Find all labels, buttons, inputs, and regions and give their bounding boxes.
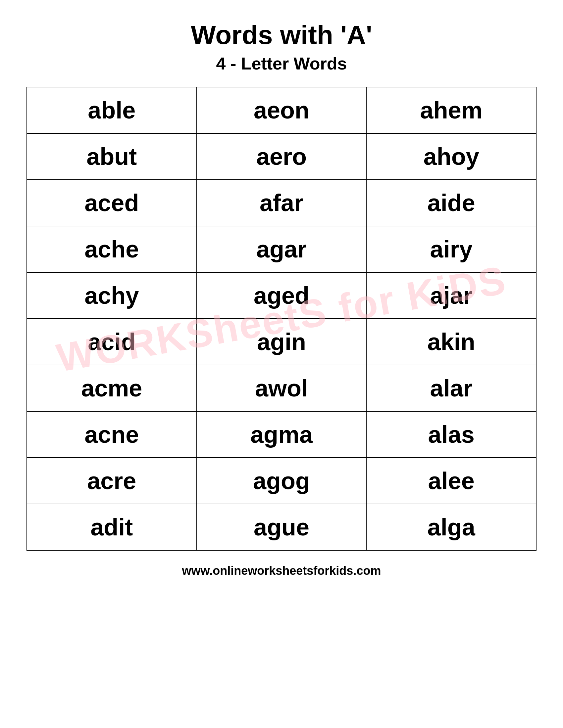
word-cell: acre — [27, 458, 197, 504]
table-row: acheagarairy — [27, 226, 536, 272]
word-cell: acme — [27, 365, 197, 411]
word-cell: ache — [27, 226, 197, 272]
word-cell: ajar — [366, 272, 536, 319]
word-cell: aeon — [197, 87, 367, 133]
table-wrapper: WORKSheetS for KiDS ableaeonahemabutaero… — [26, 87, 537, 551]
main-title: Words with 'A' — [191, 20, 372, 50]
word-cell: ahem — [366, 87, 536, 133]
page: Words with 'A' 4 - Letter Words WORKShee… — [0, 0, 563, 728]
table-row: ableaeonahem — [27, 87, 536, 133]
word-cell: alga — [366, 504, 536, 550]
word-cell: able — [27, 87, 197, 133]
table-row: abutaeroahoy — [27, 133, 536, 180]
word-cell: alee — [366, 458, 536, 504]
table-row: acneagmaalas — [27, 411, 536, 458]
word-cell: aced — [27, 180, 197, 226]
word-cell: ague — [197, 504, 367, 550]
word-cell: agma — [197, 411, 367, 458]
word-cell: agog — [197, 458, 367, 504]
table-row: acreagogalee — [27, 458, 536, 504]
word-cell: adit — [27, 504, 197, 550]
table-row: acedafaraide — [27, 180, 536, 226]
word-cell: akin — [366, 319, 536, 365]
word-cell: ahoy — [366, 133, 536, 180]
word-cell: agin — [197, 319, 367, 365]
sub-title: 4 - Letter Words — [216, 54, 347, 73]
word-cell: aero — [197, 133, 367, 180]
footer-url: www.onlineworksheetsforkids.com — [182, 564, 381, 578]
table-row: achyagedajar — [27, 272, 536, 319]
word-cell: aide — [366, 180, 536, 226]
word-cell: achy — [27, 272, 197, 319]
word-cell: airy — [366, 226, 536, 272]
word-cell: agar — [197, 226, 367, 272]
word-cell: awol — [197, 365, 367, 411]
table-row: aditaguealga — [27, 504, 536, 550]
word-cell: alas — [366, 411, 536, 458]
word-table: ableaeonahemabutaeroahoyacedafaraideache… — [26, 87, 537, 551]
word-cell: alar — [366, 365, 536, 411]
word-cell: aged — [197, 272, 367, 319]
word-cell: acid — [27, 319, 197, 365]
table-row: acmeawolalar — [27, 365, 536, 411]
word-cell: acne — [27, 411, 197, 458]
word-cell: abut — [27, 133, 197, 180]
word-cell: afar — [197, 180, 367, 226]
table-row: acidaginakin — [27, 319, 536, 365]
